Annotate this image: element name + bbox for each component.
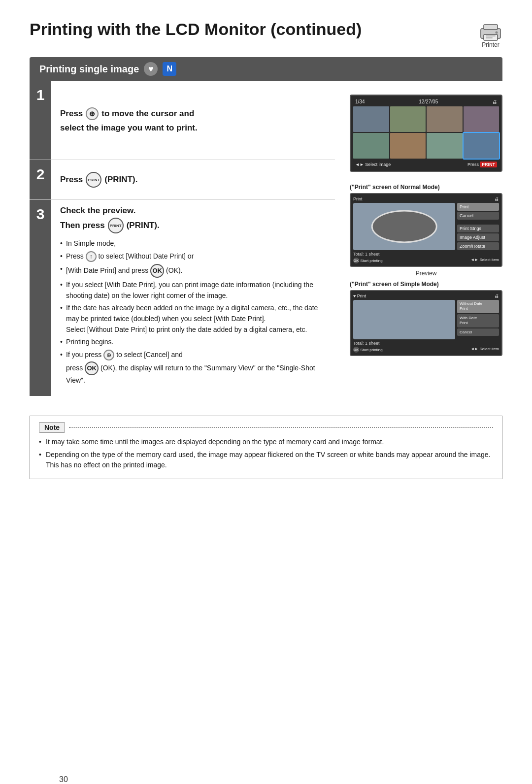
title-text: Printing with the LCD Monitor (continued… bbox=[30, 20, 362, 39]
step-1-row: 1 Press ⊕ to move the cursor and select … bbox=[30, 81, 335, 160]
step-1-line3: select the image you want to print. bbox=[60, 123, 198, 132]
screen1-date: 12/27/05 bbox=[419, 99, 438, 104]
screen1-printer-icon: 🖨 bbox=[492, 99, 497, 104]
normal-printer-icon: 🖨 bbox=[495, 196, 499, 201]
note-bullet-1: It may take some time until the images a… bbox=[39, 437, 493, 448]
printer-label: Printer bbox=[482, 41, 499, 48]
print-badge: PRINT bbox=[480, 162, 497, 167]
menu-zoom: Zoom/Rotate bbox=[457, 242, 499, 250]
step-1-text: Press ⊕ to move the cursor and select th… bbox=[60, 107, 198, 133]
menu-image-adjust: Image Adjust bbox=[457, 233, 499, 241]
up-arrow-icon: ↑ bbox=[86, 251, 97, 262]
ok-small-2: OK bbox=[353, 347, 359, 353]
bullet-7: If you press ⊕ to select [Cancel] and pr… bbox=[60, 350, 326, 386]
normal-total: Total: 1 sheet bbox=[353, 252, 499, 257]
menu-cancel: Cancel bbox=[457, 212, 499, 220]
heart-icon: ♥ bbox=[144, 62, 158, 76]
simple-printer-icon: 🖨 bbox=[495, 294, 499, 298]
note-dots bbox=[69, 427, 493, 428]
bullet-2: Press ↑ to select [Without Date Print] o… bbox=[60, 251, 326, 262]
normal-ok-start: OK Start printing bbox=[353, 258, 383, 263]
menu-print: Print bbox=[457, 203, 499, 211]
simple-cancel: Cancel bbox=[457, 328, 499, 336]
normal-screen-label: ("Print" screen of Normal Mode) bbox=[350, 184, 502, 191]
normal-top-bar: Print 🖨 bbox=[353, 196, 499, 201]
step-3-bullets: In Simple mode, Press ↑ to select [Witho… bbox=[60, 238, 326, 386]
print-button-icon: PRINT bbox=[86, 172, 101, 188]
nav-arrow-icon: ⊕ bbox=[103, 350, 114, 360]
page-title: Printing with the LCD Monitor (continued… bbox=[30, 20, 362, 39]
section-header: Printing single image ♥ N bbox=[30, 57, 502, 81]
thumb-4 bbox=[464, 106, 499, 132]
ok-button-2-icon: OK bbox=[85, 361, 99, 375]
note-bullets: It may take some time until the images a… bbox=[39, 437, 493, 471]
simple-screen: ♥ Print 🖨 Without DatePrint With DatePri… bbox=[350, 290, 502, 356]
step-3-header1: Check the preview. bbox=[60, 206, 326, 216]
simple-mode-wrap: ("Print" screen of Simple Mode) ♥ Print … bbox=[350, 281, 502, 356]
simple-without-date: Without DatePrint bbox=[457, 300, 499, 313]
thumb-1 bbox=[353, 106, 389, 132]
step-2-print: (PRINT). bbox=[104, 175, 137, 185]
section-header-text: Printing single image bbox=[39, 64, 139, 75]
note-bullet-2: Depending on the type of the memory card… bbox=[39, 450, 493, 471]
step-1-number: 1 bbox=[36, 81, 45, 103]
step-3-bar: 3 bbox=[30, 200, 51, 396]
note-badge: Note bbox=[39, 422, 65, 433]
ok-small: OK bbox=[353, 258, 359, 263]
normal-mode-wrap: ("Print" screen of Normal Mode) Print 🖨 … bbox=[350, 184, 502, 267]
thumb-5 bbox=[353, 133, 389, 159]
printer-icon-wrap: Printer bbox=[479, 22, 502, 48]
note-header: Note bbox=[39, 422, 493, 433]
nav-button-icon: ⊕ bbox=[86, 107, 99, 120]
simple-total: Total: 1 sheet bbox=[353, 341, 499, 346]
normal-screen: Print 🖨 Print Cancel Print Stngs Image A bbox=[350, 193, 502, 267]
simple-preview bbox=[353, 300, 455, 339]
simple-select: ◄► Select item bbox=[470, 347, 499, 353]
thumb-6 bbox=[390, 133, 426, 159]
step-1-press: Press bbox=[60, 109, 83, 119]
simple-heart-print: ♥ Print bbox=[353, 294, 366, 298]
svg-point-5 bbox=[496, 32, 498, 34]
step-2-press: Press bbox=[60, 175, 83, 185]
step-2-body: Press PRINT (PRINT). bbox=[51, 160, 335, 199]
normal-top-left: Print bbox=[353, 196, 363, 201]
screen1-mockup: 1/34 12/27/05 🖨 bbox=[350, 95, 502, 172]
step-1-bar: 1 bbox=[30, 81, 51, 160]
ok-button-icon: OK bbox=[150, 264, 164, 278]
note-section: Note It may take some time until the ima… bbox=[30, 416, 502, 479]
simple-ok-start: OK Start printing bbox=[353, 347, 383, 353]
simple-menu: Without DatePrint With DatePrint Cancel bbox=[457, 300, 499, 339]
bullet-4: If you select [With Date Print], you can… bbox=[60, 280, 326, 301]
simple-screen-body: Without DatePrint With DatePrint Cancel bbox=[353, 300, 499, 339]
preview-circle bbox=[371, 210, 437, 243]
preview-label: Preview bbox=[350, 270, 502, 277]
screen1-grid bbox=[353, 106, 499, 159]
step-2-number: 2 bbox=[36, 160, 45, 183]
normal-menu: Print Cancel Print Stngs Image Adjust Zo… bbox=[457, 203, 499, 250]
simple-screen-label: ("Print" screen of Simple Mode) bbox=[350, 281, 502, 288]
normal-select: ◄► Select item bbox=[470, 258, 499, 263]
step-3-row: 3 Check the preview. Then press PRINT (P… bbox=[30, 200, 335, 396]
thumb-7 bbox=[427, 133, 463, 159]
step-3-body: Check the preview. Then press PRINT (PRI… bbox=[51, 200, 335, 396]
step-1-line2: to move the cursor and bbox=[101, 109, 194, 119]
print-button-2-icon: PRINT bbox=[108, 218, 124, 233]
thumb-8 bbox=[464, 133, 499, 159]
screen1-select: ◄► Select image bbox=[355, 162, 391, 167]
menu-print-stngs: Print Stngs bbox=[457, 225, 499, 232]
svg-rect-3 bbox=[486, 35, 496, 36]
simple-bottom-bar: OK Start printing ◄► Select item bbox=[353, 347, 499, 353]
bullet-6: Printing begins. bbox=[60, 337, 326, 348]
screen1: 1/34 12/27/05 🖨 bbox=[350, 95, 502, 172]
bullet-1: In Simple mode, bbox=[60, 238, 326, 249]
n-icon: N bbox=[163, 62, 176, 76]
thumb-2 bbox=[390, 106, 426, 132]
step-2-bar: 2 bbox=[30, 160, 51, 199]
right-column: 1/34 12/27/05 🖨 bbox=[335, 81, 502, 356]
normal-screen-body: Print Cancel Print Stngs Image Adjust Zo… bbox=[353, 203, 499, 250]
screen1-bottombar: ◄► Select image Press PRINT bbox=[353, 161, 499, 168]
menu-spacer bbox=[457, 221, 499, 224]
thumb-3 bbox=[427, 106, 463, 132]
normal-bottom-bar: OK Start printing ◄► Select item bbox=[353, 258, 499, 263]
screen1-topbar: 1/34 12/27/05 🖨 bbox=[353, 98, 499, 106]
